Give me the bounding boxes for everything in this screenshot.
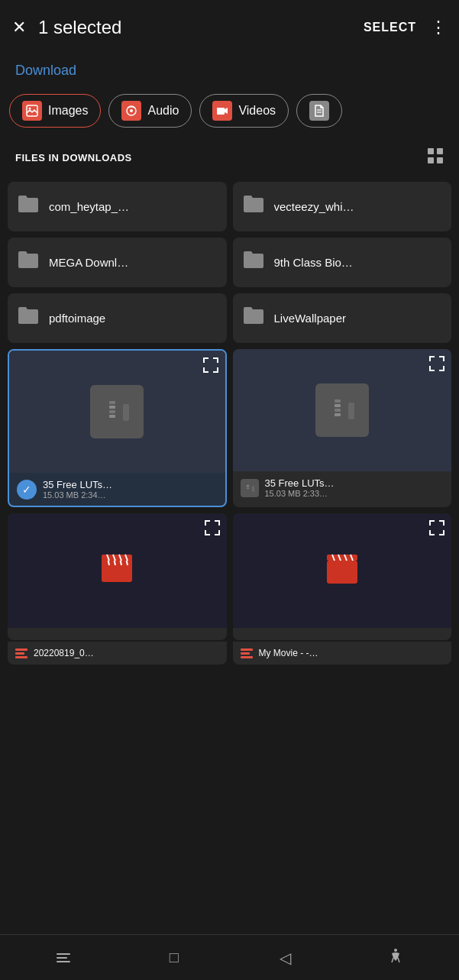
folder-icon (242, 194, 265, 219)
folder-name: LiveWallpaper (274, 312, 347, 325)
file-thumbnail (233, 349, 452, 471)
file-preview-item-selected[interactable]: ✓ 35 Free LUTs… 15.03 MB 2:34… (8, 349, 227, 507)
tab-audio[interactable]: Audio (108, 94, 192, 128)
waveform-icon (15, 648, 27, 658)
nav-menu-button[interactable] (8, 953, 118, 962)
svg-rect-20 (109, 415, 115, 418)
folder-name: com_heytap_… (49, 200, 129, 213)
folder-name: vecteezy_whi… (274, 200, 354, 213)
svg-marker-5 (225, 108, 228, 114)
bottom-navigation: □ ◁ (0, 934, 459, 980)
folder-item[interactable]: LiveWallpaper (233, 293, 452, 343)
images-tab-label: Images (48, 104, 88, 118)
video-preview-item[interactable] (233, 513, 452, 640)
selection-count: 1 selected (38, 17, 364, 38)
svg-point-50 (394, 949, 397, 952)
svg-rect-13 (437, 148, 443, 154)
svg-rect-15 (437, 157, 443, 163)
close-button[interactable]: ✕ (12, 18, 26, 37)
svg-rect-26 (335, 413, 341, 416)
svg-rect-30 (247, 487, 249, 489)
videos-tab-label: Videos (238, 104, 276, 118)
video-preview-item[interactable] (8, 513, 227, 640)
folder-item[interactable]: com_heytap_… (8, 182, 227, 231)
app-header: ✕ 1 selected SELECT ⋮ (0, 0, 459, 55)
video-file-label-2: My Movie - -… (233, 642, 452, 665)
svg-rect-25 (335, 409, 341, 412)
filter-tabs-container: Images Audio Videos (0, 91, 459, 137)
svg-rect-27 (348, 403, 354, 419)
file-meta: 15.03 MB 2:34… (43, 490, 112, 500)
download-link[interactable]: Download (0, 55, 92, 91)
images-tab-icon (22, 101, 42, 121)
view-toggle-button[interactable] (427, 147, 444, 168)
video-file-info (8, 628, 227, 640)
waveform-icon (241, 648, 253, 658)
svg-rect-24 (335, 404, 341, 407)
svg-rect-29 (247, 485, 249, 487)
folder-icon (242, 306, 265, 331)
svg-rect-14 (428, 157, 434, 163)
more-options-button[interactable]: ⋮ (430, 18, 447, 37)
svg-rect-17 (109, 401, 115, 404)
zip-file-icon (90, 385, 144, 438)
file-thumbnail (9, 351, 225, 473)
video-thumbnail (8, 513, 227, 628)
svg-rect-49 (327, 561, 357, 584)
svg-line-51 (392, 958, 393, 962)
video-file-icon (325, 551, 360, 590)
svg-rect-4 (217, 107, 225, 115)
svg-rect-23 (335, 399, 341, 403)
file-meta: 15.03 MB 2:33… (265, 489, 335, 498)
folder-icon (17, 250, 40, 275)
folder-icon (17, 194, 40, 219)
folder-name: MEGA Downl… (49, 256, 128, 269)
video-file-name: 20220819_0… (34, 648, 94, 658)
folder-item[interactable]: vecteezy_whi… (233, 182, 452, 231)
audio-tab-label: Audio (147, 104, 179, 118)
expand-icon[interactable] (428, 355, 445, 374)
accessibility-icon (387, 947, 404, 968)
nav-accessibility-button[interactable] (341, 947, 451, 968)
expand-icon[interactable] (428, 519, 445, 539)
file-info: ✓ 35 Free LUTs… 15.03 MB 2:34… (9, 473, 225, 506)
svg-line-52 (398, 958, 399, 962)
expand-icon[interactable] (202, 357, 219, 376)
folder-icon (17, 306, 40, 331)
folder-item[interactable]: 9th Class Bio… (233, 238, 452, 287)
tab-docs[interactable] (296, 94, 342, 128)
file-preview-item[interactable]: 35 Free LUTs… 15.03 MB 2:33… (233, 349, 452, 507)
nav-back-button[interactable]: ◁ (230, 949, 341, 967)
tab-images[interactable]: Images (9, 94, 101, 128)
svg-rect-31 (252, 486, 254, 492)
video-thumbnail (233, 513, 452, 628)
file-name: 35 Free LUTs… (265, 477, 335, 489)
files-grid: com_heytap_… vecteezy_whi… MEGA Downl… 9… (0, 176, 459, 646)
svg-rect-18 (109, 406, 115, 409)
nav-home-button[interactable]: □ (118, 949, 229, 966)
hamburger-icon (57, 953, 70, 962)
folder-icon (242, 250, 265, 275)
videos-tab-icon (212, 101, 232, 121)
file-name: 35 Free LUTs… (43, 479, 112, 490)
video-file-name: My Movie - -… (259, 648, 318, 658)
svg-point-3 (130, 109, 133, 112)
folder-item[interactable]: MEGA Downl… (8, 238, 227, 287)
file-checkbox-checked[interactable]: ✓ (17, 480, 37, 500)
back-icon: ◁ (280, 949, 291, 967)
audio-tab-icon (121, 101, 141, 121)
file-type-icon-small (241, 479, 259, 497)
video-file-icon (99, 551, 134, 590)
tab-videos[interactable]: Videos (199, 94, 289, 128)
file-info: 35 Free LUTs… 15.03 MB 2:33… (233, 471, 452, 504)
folder-item[interactable]: pdftoimage (8, 293, 227, 343)
folder-name: pdftoimage (49, 312, 105, 325)
section-title: FILES IN DOWNLOADS (15, 152, 132, 163)
zip-file-icon (315, 383, 369, 437)
select-button[interactable]: SELECT (364, 21, 416, 34)
folder-name: 9th Class Bio… (274, 256, 353, 269)
expand-icon[interactable] (204, 519, 221, 539)
svg-rect-12 (428, 148, 434, 154)
svg-rect-19 (109, 410, 115, 413)
svg-rect-21 (123, 404, 129, 421)
